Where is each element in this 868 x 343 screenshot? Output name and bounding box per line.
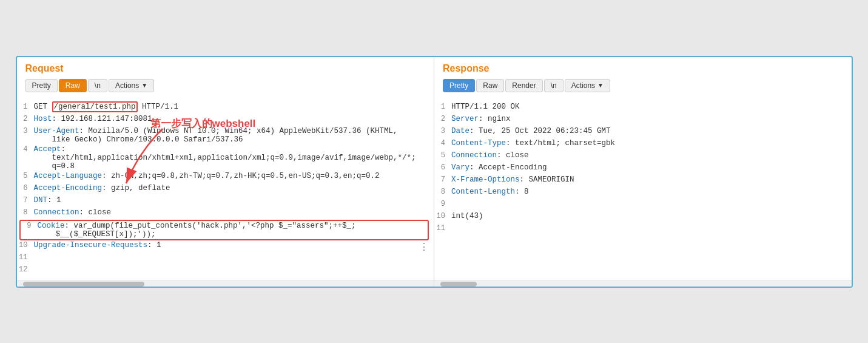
response-title: Response bbox=[443, 63, 843, 74]
response-line-6: 6 Vary: Accept-Encoding bbox=[434, 163, 852, 175]
response-line-2: 2 Server: nginx bbox=[434, 114, 852, 126]
request-line-1: 1 GET /general/test1.php HTTP/1.1 bbox=[17, 102, 434, 114]
request-actions-button[interactable]: Actions ▼ bbox=[109, 79, 154, 92]
request-line-3: 3 User-Agent: Mozilla/5.0 (Windows NT 10… bbox=[17, 126, 434, 144]
request-scrollbar-thumb[interactable] bbox=[23, 282, 144, 287]
request-raw-button[interactable]: Raw bbox=[59, 79, 87, 92]
response-line-4: 4 Content-Type: text/html; charset=gbk bbox=[434, 138, 852, 151]
request-header: Request Pretty Raw \n Actions ▼ bbox=[17, 57, 434, 98]
request-newline-button[interactable]: \n bbox=[88, 79, 107, 92]
request-content: 1 GET /general/test1.php HTTP/1.1 2 Host… bbox=[17, 98, 434, 280]
request-line-4: 4 Accept: text/html,application/xhtml+xm… bbox=[17, 144, 434, 171]
response-raw-button[interactable]: Raw bbox=[476, 79, 504, 92]
response-render-button[interactable]: Render bbox=[505, 79, 542, 92]
response-line-3: 3 Date: Tue, 25 Oct 2022 06:23:45 GMT bbox=[434, 126, 852, 138]
response-toolbar: Pretty Raw Render \n Actions ▼ bbox=[443, 79, 843, 92]
response-line-5: 5 Connection: close bbox=[434, 151, 852, 163]
main-container: Request Pretty Raw \n Actions ▼ 1 GET /g… bbox=[16, 56, 853, 288]
more-options-icon: ⋮ bbox=[419, 241, 429, 253]
request-actions-chevron-icon: ▼ bbox=[141, 82, 147, 89]
request-title: Request bbox=[25, 63, 426, 74]
response-scrollbar-thumb[interactable] bbox=[440, 282, 477, 287]
request-line-12: 12 bbox=[17, 265, 434, 277]
response-actions-chevron-icon: ▼ bbox=[597, 82, 604, 89]
response-pretty-button[interactable]: Pretty bbox=[443, 79, 475, 92]
request-line-10: 10 Upgrade-Insecure-Requests: 1 ⋮ bbox=[17, 240, 434, 253]
response-actions-button[interactable]: Actions ▼ bbox=[565, 79, 610, 92]
response-newline-button[interactable]: \n bbox=[544, 79, 564, 92]
response-scrollbar[interactable] bbox=[434, 280, 852, 287]
request-line-7: 7 DNT: 1 bbox=[17, 195, 434, 208]
request-scrollbar[interactable] bbox=[17, 280, 434, 287]
request-line-9: 9 Cookie: var_dump(file_put_contents('ha… bbox=[19, 220, 429, 240]
request-pretty-button[interactable]: Pretty bbox=[25, 79, 58, 92]
request-line-5: 5 Accept-Language: zh-CN,zh;q=0.8,zh-TW;… bbox=[17, 171, 434, 183]
response-content: 1 HTTP/1.1 200 OK 2 Server: nginx 3 Date… bbox=[434, 98, 852, 280]
response-panel: Response Pretty Raw Render \n Actions ▼ … bbox=[434, 57, 852, 287]
request-panel: Request Pretty Raw \n Actions ▼ 1 GET /g… bbox=[17, 57, 435, 287]
request-line-6: 6 Accept-Encoding: gzip, deflate bbox=[17, 183, 434, 195]
response-line-8: 8 Content-Length: 8 bbox=[434, 187, 852, 199]
request-toolbar: Pretty Raw \n Actions ▼ bbox=[25, 79, 426, 92]
request-line-11: 11 bbox=[17, 253, 434, 265]
request-line-2: 2 Host: 192.168.121.147:8081 bbox=[17, 114, 434, 126]
response-line-7: 7 X-Frame-Options: SAMEORIGIN bbox=[434, 175, 852, 187]
response-line-9: 9 bbox=[434, 199, 852, 211]
response-line-1: 1 HTTP/1.1 200 OK bbox=[434, 102, 852, 114]
response-line-11: 11 bbox=[434, 223, 852, 236]
request-line-8: 8 Connection: close bbox=[17, 208, 434, 220]
response-line-10: 10 int(43) bbox=[434, 211, 852, 223]
response-header: Response Pretty Raw Render \n Actions ▼ bbox=[434, 57, 852, 98]
